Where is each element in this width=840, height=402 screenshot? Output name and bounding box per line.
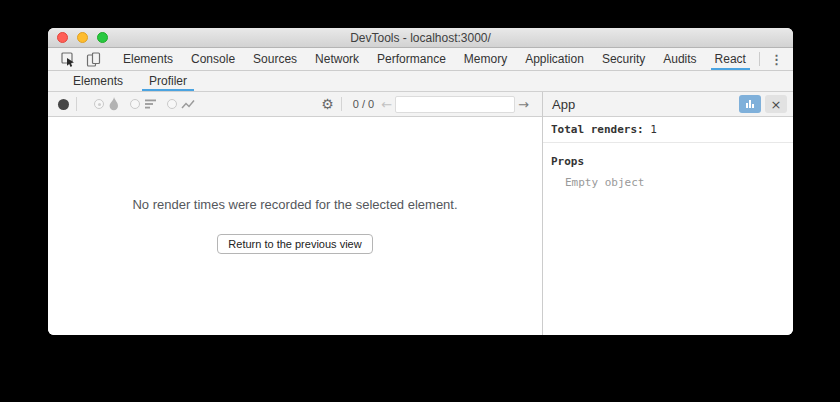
profiler-empty-state: No render times were recorded for the se… [48, 117, 542, 335]
tab-elements[interactable]: Elements [114, 48, 182, 70]
snapshot-counter: 0 / 0 [353, 98, 374, 110]
ranked-chart-icon[interactable] [144, 98, 157, 110]
zoom-window-icon[interactable] [97, 32, 108, 43]
total-renders-label: Total renders: [551, 123, 644, 136]
profiler-body: ⚙ 0 / 0 ← → No render times were recorde… [48, 92, 793, 335]
tab-sources[interactable]: Sources [244, 48, 306, 70]
toolbar-separator-2 [341, 97, 342, 111]
close-panel-icon[interactable]: × [765, 95, 787, 113]
tab-performance[interactable]: Performance [368, 48, 455, 70]
window-title: DevTools - localhost:3000/ [350, 31, 491, 45]
subtab-profiler[interactable]: Profiler [136, 71, 200, 91]
total-renders-value: 1 [650, 123, 657, 136]
record-icon[interactable] [58, 99, 69, 110]
flamegraph-radio[interactable] [94, 99, 104, 109]
panel-header: App × [543, 92, 793, 117]
settings-gear-icon[interactable]: ⚙ [321, 97, 334, 111]
props-value: Empty object [543, 176, 793, 189]
overflow-menu-icon[interactable]: ⋮ [764, 48, 789, 70]
return-previous-view-button[interactable]: Return to the previous view [217, 234, 372, 254]
profiler-toolbar: ⚙ 0 / 0 ← → [48, 92, 542, 117]
menu-divider [759, 52, 760, 66]
panel-content: Total renders: 1 Props Empty object [543, 117, 793, 335]
snapshot-search-input[interactable] [395, 96, 515, 113]
tab-react[interactable]: React [706, 48, 755, 70]
react-subtab-bar: Elements Profiler [48, 71, 793, 92]
interactions-radio[interactable] [167, 99, 177, 109]
interactions-chart-icon[interactable] [181, 99, 195, 110]
tab-audits[interactable]: Audits [654, 48, 705, 70]
empty-state-message: No render times were recorded for the se… [132, 197, 457, 212]
traffic-lights [57, 32, 108, 43]
subtab-elements[interactable]: Elements [60, 71, 136, 91]
selected-component-name: App [552, 97, 735, 112]
close-window-icon[interactable] [57, 32, 68, 43]
tab-memory[interactable]: Memory [455, 48, 516, 70]
render-chart-button[interactable] [739, 95, 761, 113]
inspect-element-icon[interactable] [56, 48, 81, 70]
title-bar: DevTools - localhost:3000/ [48, 28, 793, 48]
total-renders-row: Total renders: 1 [543, 117, 793, 143]
toolbar-separator [76, 97, 77, 111]
devtools-window: DevTools - localhost:3000/ Elements Cons… [48, 28, 793, 335]
flamegraph-icon[interactable] [108, 97, 120, 111]
device-toolbar-icon[interactable] [81, 48, 106, 70]
bar-chart-icon [744, 98, 756, 110]
selected-element-panel: App × Total renders: 1 Props Empty objec… [542, 92, 793, 335]
devtools-tab-bar: Elements Console Sources Network Perform… [48, 48, 793, 71]
profiler-main-pane: ⚙ 0 / 0 ← → No render times were recorde… [48, 92, 542, 335]
previous-snapshot-icon[interactable]: ← [378, 98, 395, 111]
tab-bar-right: ⋮ [755, 48, 793, 70]
ranked-radio[interactable] [130, 99, 140, 109]
next-snapshot-icon[interactable]: → [515, 98, 532, 111]
tab-security[interactable]: Security [593, 48, 654, 70]
tab-network[interactable]: Network [306, 48, 368, 70]
minimize-window-icon[interactable] [77, 32, 88, 43]
tab-application[interactable]: Application [516, 48, 593, 70]
props-heading: Props [543, 155, 793, 168]
tab-console[interactable]: Console [182, 48, 244, 70]
